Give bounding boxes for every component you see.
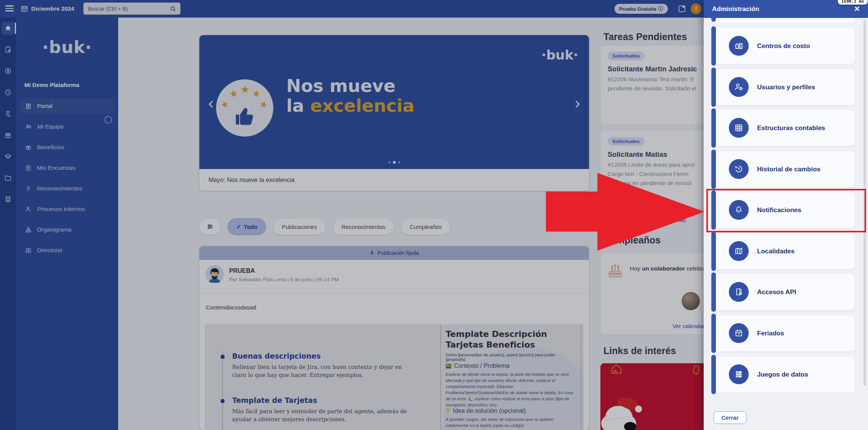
drawer-item-notificaciones[interactable]: Notificaciones [714,192,855,228]
map-icon [729,241,749,261]
performance-badge: 1590.1 ms [838,0,868,5]
drawer-item-accesos-api[interactable]: Accesos API [714,274,855,310]
close-icon[interactable]: × [851,3,863,14]
drawer-title: Administración [712,5,759,13]
drawer-scrollbar[interactable] [863,20,866,386]
scrolled-card-fragment [714,18,855,23]
user-gear-icon [729,77,749,97]
admin-drawer: Administración × Centros de costo Usuari… [704,0,868,430]
grid-icon [729,118,749,138]
drawer-item-historial-de-cambios[interactable]: Historial de cambios [714,151,855,187]
calendar-check-icon [729,323,749,343]
drawer-item-feriados[interactable]: Feriados [714,315,855,351]
modal-backdrop[interactable] [0,0,704,430]
door-gear-icon [729,282,749,302]
bell-icon [729,200,749,220]
drawer-item-estructuras-contables[interactable]: Estructuras contables [714,110,855,146]
drawer-item-juegos-de-datos[interactable]: Juegos de datos [714,356,855,393]
drawer-item-usuarios-y-perfiles[interactable]: Usuarios y perfiles [714,69,855,105]
data-stack-icon [729,364,749,384]
drawer-item-centros-de-costo[interactable]: Centros de costo [714,28,855,64]
drawer-item-localidades[interactable]: Localidades [714,233,855,269]
history-icon [729,159,749,179]
cerrar-button[interactable]: Cerrar [714,411,746,424]
building-icon [729,36,749,56]
buk-app: Diciembre 2024 Prueba Gratuita ⓘ 1590. [0,0,868,430]
